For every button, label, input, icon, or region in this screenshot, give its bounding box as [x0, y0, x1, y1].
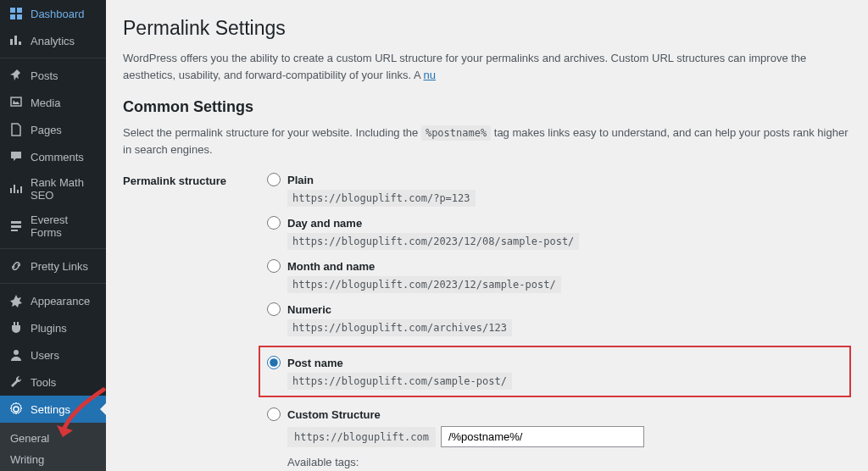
sidebar-item-tools[interactable]: Tools [0, 368, 106, 396]
permalink-option-label[interactable]: Numeric [287, 303, 331, 316]
sidebar-item-dashboard[interactable]: Dashboard [0, 0, 106, 27]
sidebar-item-label: Analytics [31, 35, 75, 47]
permalink-option-numeric: Numerichttps://bloguplift.com/archives/1… [267, 302, 851, 334]
page-title: Permalink Settings [123, 17, 851, 40]
tools-icon [8, 374, 24, 390]
permalink-option-label[interactable]: Plain [287, 174, 314, 186]
permalink-option-label[interactable]: Month and name [287, 260, 375, 273]
permalink-options: Plainhttps://bloguplift.com/?p=123Day an… [267, 173, 851, 471]
main-content: Permalink Settings WordPress offers you … [106, 0, 868, 471]
permalink-example-url: https://bloguplift.com/2023/12/08/sample… [287, 233, 579, 250]
submenu-item-writing[interactable]: Writing [0, 449, 106, 470]
forms-icon [8, 219, 24, 234]
sidebar-item-pretty-links[interactable]: Pretty Links [0, 252, 106, 280]
sidebar-item-posts[interactable]: Posts [0, 62, 106, 89]
sidebar-item-label: Plugins [31, 322, 67, 335]
sidebar-item-label: Rank Math SEO [31, 176, 99, 202]
sidebar-item-users[interactable]: Users [0, 341, 106, 368]
media-icon [8, 95, 24, 110]
analytics-icon [8, 33, 24, 48]
permalink-example-url: https://bloguplift.com/2023/12/sample-po… [287, 276, 561, 293]
sidebar-item-label: Pretty Links [31, 260, 88, 273]
permalink-example-url: https://bloguplift.com/archives/123 [287, 319, 512, 336]
comments-icon [8, 149, 24, 164]
available-tags-label: Available tags: [287, 456, 851, 468]
settings-icon [8, 402, 24, 417]
sidebar-item-appearance[interactable]: Appearance [0, 287, 106, 314]
rankmath-icon [8, 181, 24, 197]
sidebar-item-label: Users [31, 349, 59, 362]
svg-point-0 [14, 350, 19, 355]
sidebar-item-label: Tools [31, 376, 56, 389]
sidebar-item-label: Posts [31, 69, 58, 82]
sidebar-item-analytics[interactable]: Analytics [0, 27, 106, 54]
users-icon [8, 347, 24, 363]
pin-icon [8, 68, 24, 83]
permalink-option-custom-structure: Custom Structurehttps://bloguplift.comAv… [267, 407, 851, 471]
permalink-option-month-and-name: Month and namehttps://bloguplift.com/202… [267, 259, 851, 291]
permalink-option-label[interactable]: Custom Structure [287, 408, 381, 421]
sidebar-item-label: Media [31, 97, 60, 109]
submenu-item-general[interactable]: General [0, 428, 106, 449]
sidebar-item-settings[interactable]: Settings [0, 396, 106, 423]
sidebar-item-pages[interactable]: Pages [0, 116, 106, 143]
sidebar-item-everest-forms[interactable]: Everest Forms [0, 208, 106, 245]
permalink-option-plain: Plainhttps://bloguplift.com/?p=123 [267, 173, 851, 204]
custom-structure-input[interactable] [441, 426, 644, 447]
permalink-radio[interactable] [267, 407, 281, 421]
permalink-example-url: https://bloguplift.com/?p=123 [287, 190, 476, 207]
permalink-option-label[interactable]: Post name [287, 357, 343, 369]
permalink-structure-label: Permalink structure [123, 173, 267, 471]
sidebar-item-plugins[interactable]: Plugins [0, 314, 106, 341]
sidebar-item-label: Appearance [31, 295, 90, 308]
appearance-icon [8, 293, 24, 308]
permalink-radio[interactable] [267, 302, 281, 316]
dashboard-icon [8, 6, 24, 21]
intro-text: WordPress offers you the ability to crea… [123, 50, 851, 83]
sidebar-item-comments[interactable]: Comments [0, 143, 106, 170]
sidebar-item-rank-math-seo[interactable]: Rank Math SEO [0, 170, 106, 208]
permalink-radio[interactable] [267, 356, 281, 369]
sidebar-item-label: Settings [31, 403, 70, 416]
custom-base-url: https://bloguplift.com [287, 427, 436, 447]
permalink-radio[interactable] [267, 216, 281, 230]
common-settings-heading: Common Settings [123, 98, 851, 116]
link-icon [8, 258, 24, 274]
sidebar-item-label: Everest Forms [31, 213, 99, 239]
permalink-option-post-name: Post namehttps://bloguplift.com/sample-p… [259, 346, 851, 397]
admin-sidebar: DashboardAnalyticsPostsMediaPagesComment… [0, 0, 106, 471]
page-icon [8, 122, 24, 137]
permalink-example-url: https://bloguplift.com/sample-post/ [287, 373, 512, 390]
sidebar-item-media[interactable]: Media [0, 89, 106, 116]
permalink-option-label[interactable]: Day and name [287, 217, 362, 230]
intro-link[interactable]: nu [424, 69, 436, 81]
settings-submenu: GeneralWritingReadingDiscussionMediaPerm… [0, 423, 106, 471]
sidebar-item-label: Dashboard [31, 8, 85, 20]
sidebar-item-label: Comments [31, 151, 84, 163]
plugins-icon [8, 320, 24, 335]
common-desc: Select the permalink structure for your … [123, 125, 851, 158]
permalink-option-day-and-name: Day and namehttps://bloguplift.com/2023/… [267, 216, 851, 247]
sidebar-item-label: Pages [31, 124, 62, 136]
permalink-radio[interactable] [267, 173, 281, 186]
permalink-radio[interactable] [267, 259, 281, 273]
